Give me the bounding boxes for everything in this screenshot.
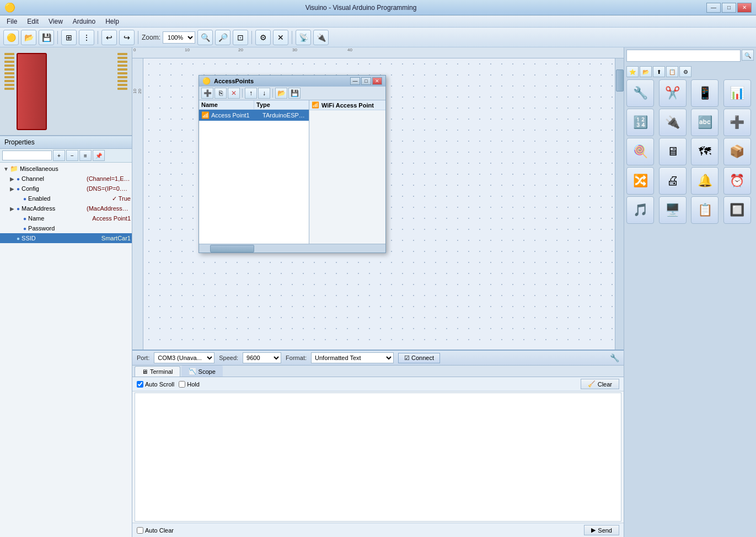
dialog-row-ap1[interactable]: 📶 Access Point1 TArduinoESP8266WiF... xyxy=(199,110,309,121)
prop-sort-btn[interactable]: ≡ xyxy=(79,150,92,161)
arduino-button[interactable]: 🔌 xyxy=(313,30,329,45)
comp-12[interactable]: 📦 xyxy=(723,138,751,165)
comp-tb-btn3[interactable]: ⬆ xyxy=(653,66,665,77)
comp-5[interactable]: 🔢 xyxy=(626,109,654,136)
dialog-bottom xyxy=(199,244,385,253)
tab-terminal[interactable]: 🖥 Terminal xyxy=(135,366,180,377)
comp-17[interactable]: 🎵 xyxy=(626,196,654,224)
prop-row-enabled[interactable]: ● Enabled ✓ True xyxy=(0,194,132,203)
clear-button[interactable]: 🧹 Clear xyxy=(581,379,619,389)
build-button[interactable]: ⚙ xyxy=(255,30,271,45)
comp-tb-btn1[interactable]: ⭐ xyxy=(626,66,639,77)
format-select[interactable]: Unformatted Text xyxy=(311,352,394,363)
comp-10[interactable]: 🖥 xyxy=(659,138,687,165)
dialog-export-btn[interactable]: 💾 xyxy=(288,88,301,99)
comp-15[interactable]: 🔔 xyxy=(691,167,719,195)
prop-collapse-btn[interactable]: − xyxy=(66,150,78,161)
prop-row-macaddress[interactable]: ▶ ● MacAddress (MacAddress=00-... xyxy=(0,203,132,213)
component-search-input[interactable] xyxy=(626,50,741,62)
dialog-minimize-btn[interactable]: — xyxy=(350,77,360,85)
undo-button[interactable]: ↩ xyxy=(101,30,117,45)
comp-1[interactable]: 🔧 xyxy=(626,79,654,107)
canvas-vscrollbar[interactable] xyxy=(615,58,624,350)
comp-3[interactable]: 📱 xyxy=(691,79,719,107)
comp-16[interactable]: ⏰ xyxy=(723,167,751,195)
auto-scroll-label[interactable]: Auto Scroll xyxy=(137,381,174,388)
folder-icon-misc: 📁 xyxy=(10,165,18,173)
speed-select[interactable]: 9600 115200 xyxy=(243,352,281,363)
properties-toolbar: + − ≡ 📌 xyxy=(0,149,132,163)
comp-search-btn[interactable]: 🔍 xyxy=(742,50,754,61)
dialog-hscrollbar[interactable] xyxy=(199,244,385,253)
properties-search[interactable] xyxy=(2,151,52,160)
comp-11[interactable]: 🗺 xyxy=(691,138,719,165)
canvas-vscrollbar-thumb xyxy=(616,69,624,92)
prop-row-password[interactable]: ● Password xyxy=(0,223,132,233)
pin-5 xyxy=(4,68,14,71)
prop-expand-btn[interactable]: + xyxy=(53,150,65,161)
prop-row-propname[interactable]: ● Name Access Point1 xyxy=(0,213,132,223)
wifi-button[interactable]: 📡 xyxy=(296,30,311,45)
zoom-fit-button[interactable]: ⊡ xyxy=(233,30,248,45)
dialog-import-btn[interactable]: 📂 xyxy=(275,88,287,99)
comp-18[interactable]: 🖥️ xyxy=(659,196,687,224)
tools-icon[interactable]: 🔧 xyxy=(610,353,619,362)
redo-button[interactable]: ↪ xyxy=(119,30,135,45)
grid-button[interactable]: ⋮ xyxy=(79,30,94,45)
connect-button[interactable]: ☑ Connect xyxy=(398,353,440,363)
minimize-button[interactable]: — xyxy=(706,3,721,13)
open-button[interactable]: 📂 xyxy=(21,30,36,45)
comp-2[interactable]: ✂️ xyxy=(659,79,687,107)
save-button[interactable]: 💾 xyxy=(39,30,54,45)
hold-checkbox[interactable] xyxy=(179,381,185,388)
toolbar: 🟡 📂 💾 ⊞ ⋮ ↩ ↪ Zoom: 100% 50% 75% 125% 15… xyxy=(0,28,756,47)
comp-4[interactable]: 📊 xyxy=(723,79,751,107)
tab-scope[interactable]: 📉 Scope xyxy=(181,366,223,377)
dialog-maximize-btn[interactable]: □ xyxy=(361,77,371,85)
design-canvas[interactable]: 🟡 AccessPoints — □ ✕ ➕ ⎘ xyxy=(143,58,615,350)
auto-clear-label[interactable]: Auto Clear xyxy=(137,527,174,534)
prop-row-channel[interactable]: ▶ ● Channel (Channel=1,Enabl... xyxy=(0,174,132,184)
comp-tb-btn2[interactable]: 📂 xyxy=(640,66,652,77)
maximize-button[interactable]: □ xyxy=(722,3,736,13)
menu-edit[interactable]: Edit xyxy=(23,17,43,26)
dialog-delete-btn[interactable]: ✕ xyxy=(228,88,240,99)
view-toggle-button[interactable]: ⊞ xyxy=(61,30,77,45)
dialog-add-btn[interactable]: ➕ xyxy=(201,88,213,99)
comp-9[interactable]: 🍭 xyxy=(626,138,654,165)
close-button[interactable]: ✕ xyxy=(737,3,752,13)
menu-file[interactable]: File xyxy=(2,17,22,26)
comp-tb-btn5[interactable]: ⚙ xyxy=(679,66,691,77)
prop-row-ssid[interactable]: ● SSID SmartCar1 xyxy=(0,233,132,243)
menu-view[interactable]: View xyxy=(44,17,67,26)
comp-20[interactable]: 🔲 xyxy=(723,196,751,224)
menu-arduino[interactable]: Arduino xyxy=(68,17,100,26)
auto-scroll-checkbox[interactable] xyxy=(137,381,143,388)
prop-row-misc[interactable]: ▼ 📁 Miscellaneous xyxy=(0,164,132,174)
dialog-close-btn[interactable]: ✕ xyxy=(372,77,382,85)
prop-pin-btn[interactable]: 📌 xyxy=(93,150,105,161)
auto-clear-checkbox[interactable] xyxy=(137,527,143,534)
prop-row-config[interactable]: ▶ ● Config (DNS=(IP=0.0.0.0,... xyxy=(0,184,132,194)
chip-pins-right xyxy=(117,53,127,90)
comp-6[interactable]: 🔌 xyxy=(659,109,687,136)
zoom-out-button[interactable]: 🔎 xyxy=(215,30,230,45)
new-button[interactable]: 🟡 xyxy=(3,30,19,45)
comp-7[interactable]: 🔤 xyxy=(691,109,719,136)
comp-19[interactable]: 📋 xyxy=(691,196,719,224)
send-button[interactable]: ▶ Send xyxy=(584,525,619,535)
menu-help[interactable]: Help xyxy=(101,17,124,26)
comp-8[interactable]: ➕ xyxy=(723,109,751,136)
port-select[interactable]: COM3 (Unava... xyxy=(154,352,215,363)
prop-name-password: Password xyxy=(28,225,131,232)
comp-13[interactable]: 🔀 xyxy=(626,167,654,195)
dialog-up-btn[interactable]: ↑ xyxy=(245,88,257,99)
comp-tb-btn4[interactable]: 📋 xyxy=(666,66,678,77)
upload-button[interactable]: ✕ xyxy=(273,30,288,45)
hold-label[interactable]: Hold xyxy=(179,381,200,388)
zoom-in-button[interactable]: 🔍 xyxy=(197,30,213,45)
dialog-copy-btn[interactable]: ⎘ xyxy=(215,88,227,99)
zoom-select[interactable]: 100% 50% 75% 125% 150% xyxy=(163,31,195,44)
comp-14[interactable]: 🖨 xyxy=(659,167,687,195)
dialog-down-btn[interactable]: ↓ xyxy=(258,88,270,99)
